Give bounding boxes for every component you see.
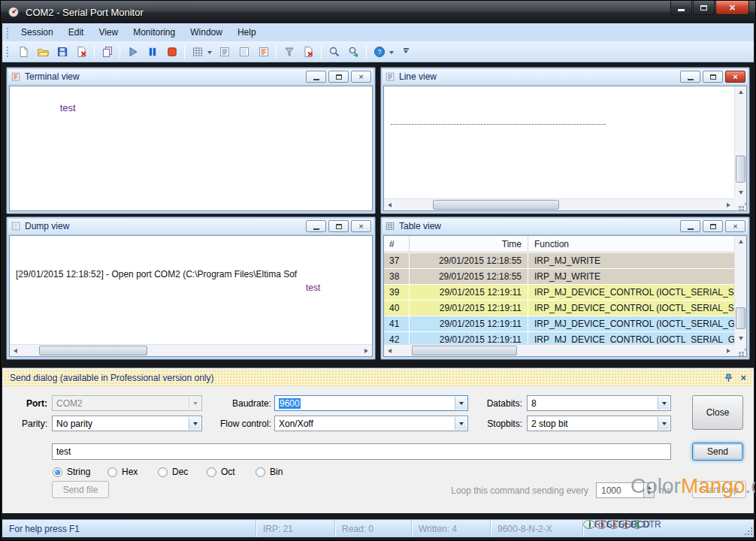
filter-button[interactable] [280, 43, 298, 61]
table-view-titlebar[interactable]: Table view × [383, 219, 748, 234]
search-button[interactable] [325, 43, 343, 61]
terminal-view-titlebar[interactable]: Terminal view × [8, 69, 373, 84]
open-session-button[interactable] [33, 43, 52, 61]
scroll-thumb[interactable] [412, 346, 517, 355]
close-dialog-button[interactable]: Close [692, 395, 743, 430]
scroll-right-icon[interactable] [361, 345, 372, 356]
menu-help[interactable]: Help [231, 24, 263, 41]
window-resize-grip[interactable] [744, 527, 753, 536]
pin-icon[interactable] [724, 373, 733, 382]
line-view-button[interactable] [215, 43, 234, 61]
scroll-left-icon[interactable] [10, 345, 21, 356]
port-select[interactable]: COM2 [52, 395, 202, 411]
table-row[interactable]: 4129/01/2015 12:19:11IRP_MJ_DEVICE_CONTR… [384, 316, 734, 331]
table-vertical-scrollbar[interactable] [734, 236, 746, 344]
line-horizontal-scrollbar[interactable] [384, 198, 734, 210]
scroll-down-icon[interactable] [735, 333, 746, 344]
help-button[interactable]: ? [370, 43, 389, 61]
menu-session[interactable]: Session [14, 24, 60, 41]
menu-window[interactable]: Window [183, 24, 229, 41]
terminal-view-button[interactable] [254, 43, 273, 61]
line-log[interactable]: ----------------------------------------… [384, 86, 734, 198]
scroll-right-icon[interactable] [723, 199, 734, 210]
dialog-close-icon[interactable]: × [740, 372, 746, 383]
table-header[interactable]: # Time Function [384, 236, 734, 252]
table-horizontal-scrollbar[interactable] [384, 344, 734, 356]
radio-oct[interactable]: Oct [207, 467, 235, 477]
scroll-up-icon[interactable] [735, 86, 746, 98]
minimize-button[interactable] [670, 1, 692, 15]
scroll-up-icon[interactable] [735, 236, 746, 247]
start-loop-button[interactable]: Start loop [692, 481, 746, 498]
radio-hex[interactable]: Hex [107, 467, 138, 477]
stop-monitoring-button[interactable] [162, 43, 181, 61]
loop-interval-input[interactable]: 1000 [596, 482, 644, 498]
loop-interval-spinner[interactable] [643, 482, 655, 498]
new-session-button[interactable] [14, 43, 32, 61]
toolbar-overflow-button[interactable] [401, 48, 410, 56]
scroll-thumb[interactable] [433, 200, 559, 210]
parity-select[interactable]: No parity [52, 416, 202, 431]
radio-bin[interactable]: Bin [256, 467, 283, 477]
remove-filter-button[interactable] [299, 43, 318, 61]
dump-horizontal-scrollbar[interactable] [10, 344, 372, 356]
radio-string[interactable]: String [53, 467, 90, 477]
terminal-restore-button[interactable] [328, 71, 349, 83]
table-minimize-button[interactable] [680, 220, 700, 232]
dump-restore-button[interactable] [328, 220, 349, 232]
column-header-time[interactable]: Time [410, 236, 528, 252]
menu-edit[interactable]: Edit [62, 24, 91, 41]
line-minimize-button[interactable] [680, 71, 700, 83]
send-file-button[interactable]: Send file [52, 481, 109, 498]
dump-minimize-button[interactable] [306, 220, 326, 232]
column-header-num[interactable]: # [384, 236, 410, 252]
scroll-right-icon[interactable] [723, 345, 734, 356]
resize-grip[interactable] [734, 344, 746, 356]
scroll-left-icon[interactable] [384, 345, 395, 356]
scroll-down-icon[interactable] [735, 187, 746, 198]
message-input[interactable]: test [52, 443, 671, 460]
terminal-minimize-button[interactable] [306, 71, 326, 83]
baudrate-select[interactable]: 9600 [274, 395, 468, 411]
table-row[interactable]: 3929/01/2015 12:19:11IRP_MJ_DEVICE_CONTR… [384, 285, 734, 300]
table-restore-button[interactable] [703, 220, 723, 232]
menu-monitoring[interactable]: Monitoring [126, 24, 182, 41]
help-dropdown-icon[interactable] [389, 51, 394, 56]
table-view-button[interactable] [188, 43, 207, 61]
flow-control-select[interactable]: Xon/Xoff [274, 416, 468, 431]
close-button[interactable]: × [715, 1, 749, 15]
column-header-function[interactable]: Function [528, 236, 734, 252]
pause-monitoring-button[interactable] [143, 43, 162, 61]
line-restore-button[interactable] [703, 71, 723, 83]
scroll-thumb[interactable] [39, 346, 148, 355]
radio-dec[interactable]: Dec [158, 467, 188, 477]
dump-log[interactable]: [29/01/2015 12:18:52] - Open port COM2 (… [10, 236, 372, 344]
line-vertical-scrollbar[interactable] [734, 86, 746, 198]
menu-view[interactable]: View [92, 24, 125, 41]
send-button[interactable]: Send [692, 443, 743, 461]
table-view-dropdown-icon[interactable] [207, 51, 212, 56]
maximize-button[interactable] [693, 1, 715, 15]
line-view-titlebar[interactable]: Line view × [383, 69, 748, 84]
terminal-close-button[interactable]: × [351, 71, 371, 83]
close-session-button[interactable] [72, 43, 91, 61]
resize-grip[interactable] [734, 198, 746, 210]
table-row[interactable]: 4029/01/2015 12:19:11IRP_MJ_DEVICE_CONTR… [384, 301, 734, 316]
dump-view-titlebar[interactable]: Dump view × [8, 219, 373, 234]
dump-close-button[interactable]: × [351, 220, 371, 232]
terminal-content[interactable]: test [9, 86, 373, 211]
scroll-thumb[interactable] [736, 156, 745, 183]
scroll-left-icon[interactable] [384, 199, 395, 210]
databits-select[interactable]: 8 [527, 395, 671, 411]
save-session-button[interactable] [53, 43, 71, 61]
stopbits-select[interactable]: 2 stop bit [527, 416, 671, 431]
table-close-button[interactable]: × [725, 220, 745, 232]
line-close-button[interactable]: × [725, 71, 745, 83]
start-monitoring-button[interactable] [123, 43, 142, 61]
table-row[interactable]: 3729/01/2015 12:18:55IRP_MJ_WRITE [384, 253, 734, 268]
dump-view-button[interactable] [234, 43, 253, 61]
table-row[interactable]: 3829/01/2015 12:18:55IRP_MJ_WRITE [384, 269, 734, 284]
scroll-thumb[interactable] [736, 307, 745, 329]
search-next-button[interactable] [344, 43, 363, 61]
copy-button[interactable] [98, 43, 116, 61]
